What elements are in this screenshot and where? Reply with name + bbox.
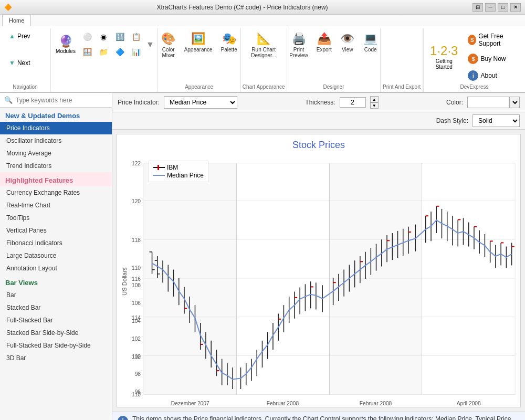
chart-appearance-group-label: Chart Appearance: [243, 84, 285, 91]
buy-now-label: Buy Now: [480, 55, 506, 62]
icon-btn-3[interactable]: 🔢: [112, 29, 128, 44]
sidebar-item-realtime-chart[interactable]: Real-time Chart: [0, 199, 112, 212]
palette-label: Palette: [221, 47, 237, 52]
export-label: Export: [317, 47, 332, 52]
sidebar-item-vertical-panes[interactable]: Vertical Panes: [0, 224, 112, 237]
thickness-spin-down[interactable]: ▼: [370, 102, 379, 109]
color-label: Color:: [446, 99, 463, 106]
sidebar-item-large-datasource[interactable]: Large Datasource: [0, 249, 112, 262]
sidebar-item-oscillator-indicators[interactable]: Oscillator Indicators: [0, 134, 112, 147]
run-chart-designer-button[interactable]: 📐 Run ChartDesigner...: [247, 29, 280, 61]
navigation-group-label: Navigation: [13, 84, 37, 90]
designer-group: 🖨️ PrintPreview 📤 Export 👁️ View 💻 Code …: [287, 28, 381, 92]
get-free-support-button[interactable]: S Get Free Support: [464, 30, 521, 49]
highlighted-section-header: Highlighted Features: [0, 172, 112, 186]
view-button[interactable]: 👁️ View: [337, 29, 359, 55]
sidebar-item-full-stacked-bar[interactable]: Full-Stacked Bar: [0, 314, 112, 327]
search-box: 🔍: [0, 93, 112, 108]
svg-rect-3: [329, 163, 422, 394]
svg-text:106: 106: [132, 300, 141, 306]
prev-button[interactable]: ▲ Prev: [4, 30, 46, 42]
maximize-btn[interactable]: □: [498, 3, 508, 12]
thickness-input[interactable]: [340, 97, 366, 108]
export-icon: 📤: [317, 32, 331, 46]
sidebar: 🔍 New & Updated Demos Price Indicators O…: [0, 93, 112, 420]
appearance-button[interactable]: 🖼️ Appearance: [181, 29, 216, 55]
print-preview-icon: 🖨️: [292, 32, 306, 46]
icon-btn-4[interactable]: 📋: [128, 29, 144, 44]
palette-button[interactable]: 🎭 Palette: [217, 29, 241, 55]
bar-views-section-header: Bar Views: [0, 275, 112, 289]
sidebar-item-price-indicators[interactable]: Price Indicators: [0, 122, 112, 134]
icons-row-2: 🪟 📁 🔷 📊: [79, 45, 144, 59]
ribbon-tab-list: Home: [0, 15, 525, 26]
color-dropdown[interactable]: ▼: [509, 97, 520, 108]
code-button[interactable]: 💻 Code: [360, 29, 382, 55]
about-icon: i: [468, 70, 478, 81]
window-title: XtraCharts Features Demo (C# code) - Pri…: [12, 4, 472, 11]
print-preview-button[interactable]: 🖨️ PrintPreview: [286, 29, 312, 61]
icon-btn-2[interactable]: ◉: [96, 29, 111, 44]
ribbon-tab-home[interactable]: Home: [2, 15, 31, 26]
icon-btn-7[interactable]: 🔷: [112, 45, 128, 59]
svg-text:Dezember 2007: Dezember 2007: [171, 401, 209, 406]
svg-text:122: 122: [132, 161, 141, 166]
price-indicator-select[interactable]: Median Price Typical Price Weighted Clos…: [164, 96, 237, 109]
chart-title: Stock Prices: [117, 134, 520, 153]
main-area: 🔍 New & Updated Demos Price Indicators O…: [0, 93, 525, 420]
modules-button[interactable]: 🔮 Modules: [53, 32, 78, 57]
color-mixer-icon: 🎨: [161, 32, 175, 46]
sidebar-item-stacked-bar-sbs[interactable]: Stacked Bar Side-by-Side: [0, 327, 112, 339]
sidebar-item-tooltips[interactable]: ToolTips: [0, 212, 112, 224]
color-box[interactable]: [467, 97, 509, 108]
icon-btn-8[interactable]: 📊: [128, 45, 144, 59]
dash-style-label: Dash Style:: [436, 117, 468, 124]
support-icon: S: [468, 35, 476, 45]
thickness-spin-up[interactable]: ▲: [370, 96, 379, 102]
sidebar-item-fibonacci[interactable]: Fibonacci Indicators: [0, 237, 112, 249]
getting-started-label: GettingStarted: [436, 58, 453, 70]
scroll-arrow-icon[interactable]: ▼: [145, 40, 155, 49]
about-button[interactable]: i About: [464, 68, 521, 83]
devexpress-group-label: DevExpress: [428, 84, 521, 90]
sidebar-item-trend-indicators[interactable]: Trend Indicators: [0, 160, 112, 172]
sidebar-item-3d-bar[interactable]: 3D Bar: [0, 352, 112, 364]
close-btn[interactable]: ✕: [510, 3, 521, 12]
icon-btn-1[interactable]: ⚪: [79, 29, 95, 44]
sidebar-item-full-stacked-bar-sbs[interactable]: Full-Stacked Bar Side-by-Side: [0, 339, 112, 352]
search-btn[interactable]: ⊟: [472, 3, 483, 12]
getting-started-button[interactable]: 1·2·3 GettingStarted: [428, 41, 460, 72]
svg-text:102: 102: [132, 336, 141, 342]
sidebar-item-bar[interactable]: Bar: [0, 289, 112, 301]
sidebar-item-stacked-bar[interactable]: Stacked Bar: [0, 301, 112, 314]
next-button[interactable]: ▼ Next: [4, 57, 46, 69]
print-export-group: Print And Export: [381, 28, 423, 92]
minimize-btn[interactable]: ─: [485, 3, 496, 12]
next-label: Next: [17, 59, 30, 67]
svg-text:118: 118: [132, 237, 141, 243]
svg-text:Februar 2008: Februar 2008: [360, 401, 392, 406]
buy-now-button[interactable]: $ Buy Now: [464, 51, 521, 66]
sidebar-item-annotation-layout[interactable]: Annotation Layout: [0, 262, 112, 275]
designer-items: 🖨️ PrintPreview 📤 Export 👁️ View 💻 Code: [286, 29, 381, 84]
legend-item-median: Median Price: [153, 172, 204, 179]
info-text: This demo shows the Price financial indi…: [132, 415, 520, 420]
thickness-spinners: ▲ ▼: [370, 96, 379, 109]
export-button[interactable]: 📤 Export: [313, 29, 335, 55]
view-icon: 👁️: [340, 32, 354, 46]
legend-item-ibm: IBM: [153, 164, 204, 171]
search-input[interactable]: [16, 97, 108, 104]
get-free-support-label: Get Free Support: [478, 33, 517, 47]
svg-text:110: 110: [132, 265, 141, 271]
svg-rect-2: [236, 163, 329, 394]
chart-appearance-items: 📐 Run ChartDesigner...: [247, 29, 280, 84]
price-indicator-label: Price Indicator:: [118, 99, 160, 106]
color-mixer-button[interactable]: 🎨 ColorMixer: [158, 29, 180, 61]
icon-btn-5[interactable]: 🪟: [79, 45, 95, 59]
info-bar: i This demo shows the Price financial in…: [112, 412, 525, 420]
info-icon: i: [118, 416, 128, 420]
sidebar-item-currency-exchange[interactable]: Currency Exchange Rates: [0, 186, 112, 199]
dash-style-select[interactable]: Solid Dash Dot DashDot: [472, 114, 520, 127]
sidebar-item-moving-average[interactable]: Moving Average: [0, 147, 112, 160]
icon-btn-6[interactable]: 📁: [96, 45, 111, 59]
